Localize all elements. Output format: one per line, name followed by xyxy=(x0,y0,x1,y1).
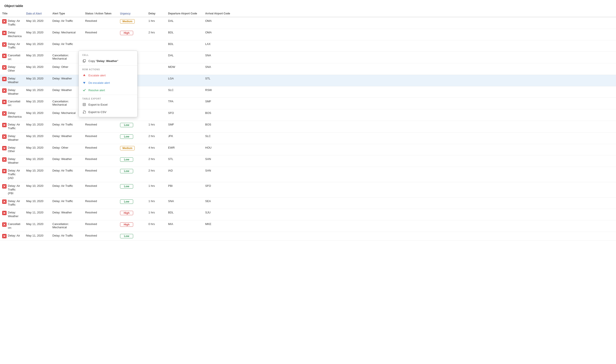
table-container: TitleDate of AlertAlert TypeStatus / Act… xyxy=(0,10,616,240)
resolve-icon xyxy=(82,88,86,92)
ctx-row-actions-label: ROW ACTIONS xyxy=(79,66,137,72)
row-delete-icon[interactable] xyxy=(2,65,7,70)
cell-extra xyxy=(240,167,616,182)
row-delete-icon[interactable] xyxy=(2,123,7,127)
row-delete-icon[interactable] xyxy=(2,222,7,227)
row-delete-icon[interactable] xyxy=(2,31,7,35)
urgency-badge: Low xyxy=(120,199,133,204)
row-delete-icon[interactable] xyxy=(2,146,7,150)
ctx-copy-item[interactable]: Copy "Delay: Weather" xyxy=(79,57,137,65)
cell-date: May 10, 2020 xyxy=(24,182,50,197)
ctx-deescalate-item[interactable]: De-escalate alert xyxy=(79,79,137,86)
urgency-badge: Low xyxy=(120,234,133,238)
cell-alert-type: Delay: Air Traffic xyxy=(50,121,83,132)
table-row: Delay: Air TrafficMay 10, 2020Delay: Air… xyxy=(0,121,616,132)
cell-dep-airport: DAL xyxy=(166,17,203,29)
ctx-table-export-label: TABLE EXPORT xyxy=(79,96,137,101)
row-delete-icon[interactable] xyxy=(2,157,7,162)
cell-alert-type: Delay: Weather xyxy=(50,132,83,144)
cell-date: May 10, 2020 xyxy=(24,197,50,209)
cell-title: Delay: Weather xyxy=(0,86,24,98)
row-delete-icon[interactable] xyxy=(2,234,7,238)
cell-dep-airport: SLC xyxy=(166,86,203,98)
cell-title: Delay: Air xyxy=(0,232,24,240)
escalate-icon xyxy=(82,73,86,77)
cell-status: Resolved xyxy=(83,167,118,182)
cell-status: Resolved xyxy=(83,17,118,29)
cell-dep-airport: JFK xyxy=(166,132,203,144)
ctx-escalate-item[interactable]: Escalate alert xyxy=(79,72,137,79)
cell-date: May 10, 2020 xyxy=(24,132,50,144)
table-row: Delay: Air TrafficMay 10, 2020Delay: Air… xyxy=(0,17,616,29)
cell-delay xyxy=(146,98,166,109)
cell-extra xyxy=(240,86,616,98)
row-delete-icon[interactable] xyxy=(2,199,7,204)
row-delete-icon[interactable] xyxy=(2,184,7,189)
row-delete-icon[interactable] xyxy=(2,169,7,173)
cell-title-text: Delay: Mechanica xyxy=(8,31,22,38)
cell-title-text: Delay: Weather xyxy=(8,77,22,84)
cell-title-text: Delay: Other xyxy=(8,146,22,153)
row-delete-icon[interactable] xyxy=(2,134,7,139)
cell-status: Resolved xyxy=(83,197,118,209)
cell-title-text: Delay: Air Traffic xyxy=(8,19,22,27)
row-delete-icon[interactable] xyxy=(2,111,7,116)
row-delete-icon[interactable] xyxy=(2,211,7,215)
cell-extra xyxy=(240,209,616,221)
col-header-arr_airport: Arrival Airport Code xyxy=(203,10,240,17)
cell-title: Delay: Air Traffic (IAD xyxy=(0,167,24,182)
cell-alert-type: Cancellation: Mechanical xyxy=(50,52,83,63)
urgency-badge: Medium xyxy=(120,146,135,150)
cell-date: May 10, 2020 xyxy=(24,109,50,121)
urgency-badge: Low xyxy=(120,123,133,127)
ctx-export-excel-item[interactable]: Export to Excel xyxy=(79,101,137,108)
cell-extra xyxy=(240,29,616,40)
row-delete-icon[interactable] xyxy=(2,42,7,47)
cell-alert-type: Delay: Other xyxy=(50,63,83,75)
cell-dep-airport: BDL xyxy=(166,209,203,221)
row-delete-icon[interactable] xyxy=(2,54,7,58)
row-delete-icon[interactable] xyxy=(2,88,7,93)
cell-title-text: Delay: Weather xyxy=(8,134,22,142)
ctx-deescalate-label: De-escalate alert xyxy=(88,81,110,84)
cell-title-text: Delay: Air Traffic xyxy=(8,42,22,50)
col-header-status: Status / Action Taken xyxy=(83,10,118,17)
cell-alert-type: Cancellation: Mechanical xyxy=(50,221,83,232)
urgency-badge: Low xyxy=(120,169,133,173)
cell-delay: 1 hrs xyxy=(146,121,166,132)
row-delete-icon[interactable] xyxy=(2,19,7,24)
row-delete-icon[interactable] xyxy=(2,77,7,81)
row-delete-icon[interactable] xyxy=(2,100,7,104)
cell-delay: 2 hrs xyxy=(146,29,166,40)
ctx-export-csv-item[interactable]: Export to CSV xyxy=(79,108,137,116)
cell-arr-airport: SNA xyxy=(203,63,240,75)
cell-delay xyxy=(146,63,166,75)
cell-dep-airport: IAD xyxy=(166,167,203,182)
cell-status: Resolved xyxy=(83,121,118,132)
cell-title-text: Delay: Air xyxy=(8,234,20,238)
cell-title: Delay: Mechanica xyxy=(0,29,24,40)
col-header-date[interactable]: Date of Alert xyxy=(24,10,50,17)
cell-dep-airport: LGA xyxy=(166,75,203,86)
cell-dep-airport: DAL xyxy=(166,52,203,63)
cell-extra xyxy=(240,121,616,132)
cell-title: Delay: Air Traffic xyxy=(0,121,24,132)
cell-title: Cancellati on: xyxy=(0,221,24,232)
ctx-resolve-item[interactable]: Resolve alert xyxy=(79,86,137,94)
cell-arr-airport: RSW xyxy=(203,86,240,98)
cell-urgency: Low xyxy=(118,182,146,197)
cell-title-text: Cancellati on: xyxy=(8,100,22,107)
cell-title: Delay: Weather xyxy=(0,155,24,167)
cell-arr-airport: BOS xyxy=(203,121,240,132)
cell-dep-airport: EWR xyxy=(166,144,203,155)
cell-title: Cancellati on: xyxy=(0,98,24,109)
cell-alert-type: Delay: Mechanical xyxy=(50,29,83,40)
cell-alert-type: Delay: Air Traffic xyxy=(50,17,83,29)
col-header-urgency[interactable]: Urgency xyxy=(118,10,146,17)
urgency-badge: High xyxy=(120,222,133,227)
table-row: Delay: Air TrafficMay 10, 2020Delay: Air… xyxy=(0,40,616,52)
cell-urgency xyxy=(118,40,146,52)
cell-title: Delay: Weather xyxy=(0,132,24,144)
cell-status: Resolved xyxy=(83,29,118,40)
cell-date: May 10, 2020 xyxy=(24,86,50,98)
